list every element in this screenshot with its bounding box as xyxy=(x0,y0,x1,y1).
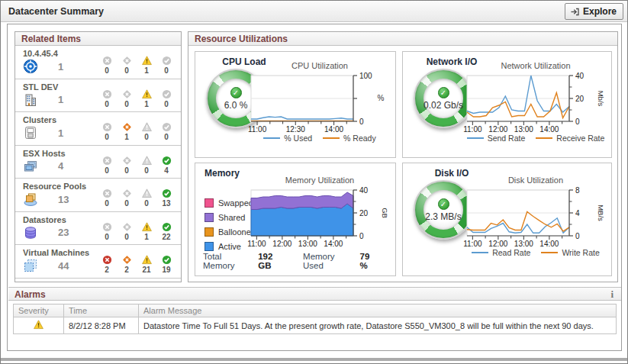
related-item-row[interactable]: Clusters10100 xyxy=(15,112,181,146)
related-item-count: 1 xyxy=(58,61,63,72)
related-item-name[interactable]: STL DEV xyxy=(23,82,63,92)
resource-utilizations-header: Resource Utilizations xyxy=(188,32,617,46)
warning-icon xyxy=(142,122,152,132)
severity-counts: 0010 xyxy=(97,82,176,112)
related-item-row[interactable]: Virtual Machines44222119 xyxy=(15,245,181,279)
legend-label: Read Rate xyxy=(492,248,530,257)
cpu-chart-title: CPU Utilization xyxy=(291,61,348,70)
related-item-count: 1 xyxy=(58,94,63,105)
alarm-row[interactable]: 8/2/12 8:28 PMDatastore Time To Full 51 … xyxy=(14,317,617,334)
alarms-column-header[interactable]: Time xyxy=(64,304,139,317)
window-bottom-band xyxy=(1,358,627,361)
related-item-name[interactable]: Clusters xyxy=(23,115,63,124)
svg-text:13:00: 13:00 xyxy=(514,240,533,248)
cpu-utilization-chart: CPU Utilization 0100%11:0012:3014:00 % U… xyxy=(246,61,394,143)
svg-text:14:00: 14:00 xyxy=(539,125,559,134)
explore-label: Explore xyxy=(583,6,617,17)
fatal-count: 0 xyxy=(105,233,109,241)
network-gauge-value: 0.02 Gb/s xyxy=(423,100,463,111)
resource-pool-icon xyxy=(23,192,38,207)
normal-icon xyxy=(162,56,172,66)
alarm-time-cell: 8/2/12 8:28 PM xyxy=(64,317,139,334)
critical-icon xyxy=(122,255,132,265)
related-item-name[interactable]: ESX Hosts xyxy=(23,149,66,158)
alarms-column-header[interactable]: Alarm Message xyxy=(139,304,617,317)
critical-icon xyxy=(122,89,132,99)
alarms-column-header[interactable]: Severity xyxy=(14,304,64,317)
fatal-count: 0 xyxy=(105,166,109,175)
warning-icon xyxy=(142,89,152,99)
critical-icon xyxy=(122,56,132,66)
fatal-status: 0 xyxy=(97,156,117,175)
fatal-status: 0 xyxy=(97,56,117,75)
esx-host-icon xyxy=(23,159,38,174)
legend-label: Shared xyxy=(218,213,245,222)
svg-text:12:00: 12:00 xyxy=(488,240,507,248)
vcenter-icon xyxy=(23,59,38,74)
info-icon[interactable]: i xyxy=(610,288,614,301)
svg-text:0: 0 xyxy=(575,232,580,240)
legend-label: Active xyxy=(218,242,241,251)
svg-text:4: 4 xyxy=(575,209,580,217)
related-items-header: Related Items xyxy=(15,32,181,46)
title-bar: Datacenter Summary Explore xyxy=(1,1,627,22)
network-chart-plot: 02040Mb/s11:0012:0013:0014:00 xyxy=(465,71,606,134)
svg-text:12:00: 12:00 xyxy=(488,125,507,134)
svg-text:12:00: 12:00 xyxy=(272,240,291,248)
warning-count: 0 xyxy=(144,166,149,175)
disk-gauge-inner: ✓ 2.3 MB/s xyxy=(423,190,463,230)
critical-status: 0 xyxy=(117,188,137,208)
chart-legend-item: Receive Rate xyxy=(536,134,604,143)
cluster-icon xyxy=(23,125,38,140)
legend-line-swatch xyxy=(541,252,558,253)
disk-gauge-value: 2.3 MB/s xyxy=(425,211,461,222)
fatal-icon xyxy=(102,255,112,265)
related-item-count: 13 xyxy=(58,194,69,205)
warning-icon xyxy=(142,156,152,166)
svg-text:MB/s: MB/s xyxy=(597,205,605,221)
svg-text:12:30: 12:30 xyxy=(286,125,305,134)
normal-icon xyxy=(162,255,172,265)
critical-icon xyxy=(122,156,132,166)
warning-count: 1 xyxy=(144,233,149,241)
fatal-icon xyxy=(102,89,112,99)
related-item-name[interactable]: 10.4.45.4 xyxy=(23,49,63,58)
fatal-count: 0 xyxy=(105,133,109,141)
fatal-status: 0 xyxy=(97,222,117,241)
svg-text:0: 0 xyxy=(575,118,580,126)
network-chart-legend: Send RateReceive Rate xyxy=(467,134,605,143)
cpu-load-quadrant: CPU Load ✓ 6.0 % CPU Utilization 0100%11… xyxy=(195,51,396,158)
alarms-header: Alarms i xyxy=(8,287,621,301)
related-item-name[interactable]: Datastores xyxy=(23,215,69,224)
warning-icon xyxy=(34,320,43,330)
related-item-row[interactable]: Resource Pools1300013 xyxy=(15,179,181,212)
severity-counts: 222119 xyxy=(97,247,176,278)
svg-text:0: 0 xyxy=(359,118,364,126)
explore-button[interactable]: Explore xyxy=(565,3,623,20)
fatal-icon xyxy=(102,56,112,66)
warning-status: 1 xyxy=(137,56,156,75)
related-item-name[interactable]: Resource Pools xyxy=(23,182,86,191)
related-item-row[interactable]: STL DEV10010 xyxy=(15,79,181,113)
svg-text:40: 40 xyxy=(575,72,585,80)
warning-status: 1 xyxy=(137,89,156,108)
fatal-status: 0 xyxy=(97,188,117,208)
normal-count: 19 xyxy=(162,266,170,274)
normal-icon xyxy=(162,89,172,99)
normal-icon xyxy=(162,122,172,132)
critical-status: 0 xyxy=(117,56,137,75)
related-item-row[interactable]: Datastores2300122 xyxy=(15,212,181,246)
svg-text:Mb/s: Mb/s xyxy=(597,91,605,107)
virtual-machine-icon xyxy=(23,258,38,273)
svg-text:20: 20 xyxy=(575,95,585,103)
alarm-message-cell: Datastore Time To Full 51 Days. At the p… xyxy=(139,317,617,334)
alarms-title: Alarms xyxy=(14,289,46,300)
related-item-name[interactable]: Virtual Machines xyxy=(23,248,89,257)
check-badge-icon: ✓ xyxy=(230,87,242,98)
chart-legend-item: % Ready xyxy=(323,134,376,143)
legend-swatch xyxy=(205,242,214,251)
related-item-row[interactable]: 10.4.45.410010 xyxy=(15,46,181,79)
related-items-panel: Related Items 10.4.45.410010STL DEV10010… xyxy=(14,31,182,282)
normal-count: 0 xyxy=(164,133,169,141)
related-item-row[interactable]: ESX Hosts40004 xyxy=(15,146,181,179)
